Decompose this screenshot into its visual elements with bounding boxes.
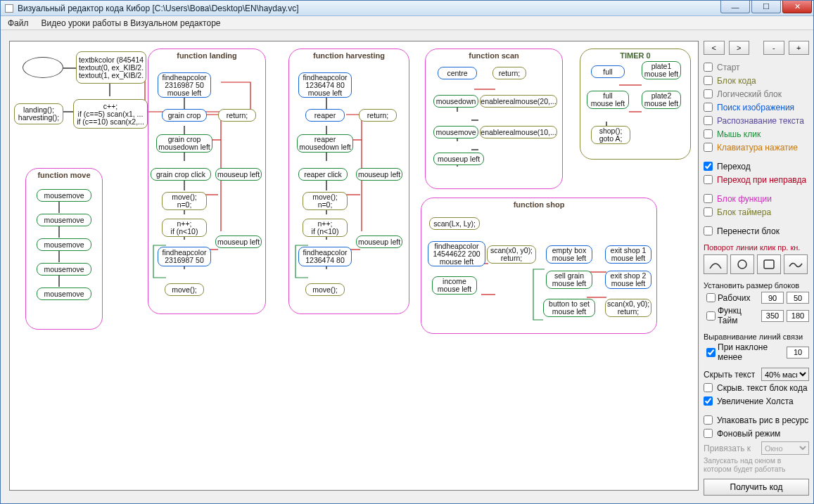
chk-ocr[interactable]	[704, 116, 713, 125]
land-cond[interactable]: n++; if (n<10)	[162, 219, 207, 237]
chk-slope[interactable]	[706, 348, 716, 357]
harv-mu2[interactable]: mouseup left	[356, 235, 402, 248]
harv-mv2[interactable]: move();	[305, 283, 345, 296]
shop-scan0[interactable]: scan(x0, y0); return;	[487, 245, 536, 264]
chk-func-size[interactable]	[706, 311, 716, 321]
chk-jumpfalse[interactable]	[704, 175, 713, 184]
land-find1[interactable]: findheapcolor 2316987 50 mouse left	[158, 72, 211, 98]
land-crop-click[interactable]: grain crop click	[151, 168, 211, 181]
chk-start[interactable]	[704, 63, 713, 72]
block-textbk[interactable]: textbkcolor (845414 textout(0, ex_KIB/2.…	[76, 51, 146, 84]
chk-zoomcanvas[interactable]	[704, 396, 713, 406]
opt-start[interactable]: Старт	[704, 60, 809, 74]
chk-moveblk[interactable]	[704, 226, 713, 235]
shop-empty[interactable]: empty box mouse left	[546, 245, 592, 264]
scan-md[interactable]: mousedown	[433, 95, 478, 108]
canvas[interactable]: textbkcolor (845414 textout(0, ex_KIB/2.…	[10, 41, 698, 490]
menu-video[interactable]: Видео уроки работы в Визуальном редактор…	[42, 18, 221, 28]
opt-keyb[interactable]: Клавиатура нажатие	[704, 141, 809, 154]
shop-exit1[interactable]: exit shop 1 mouse left	[605, 245, 651, 264]
shop-setp[interactable]: button to set mouse left	[543, 299, 595, 317]
opt-pack[interactable]: Упаковать рис в ресурс	[704, 413, 809, 427]
chk-func[interactable]	[704, 194, 713, 203]
in-func-w[interactable]	[761, 310, 784, 322]
tim-plate2[interactable]: plate2 mouse left	[642, 91, 681, 109]
harv-find2[interactable]: findheapcolor 1236474 80	[298, 247, 352, 266]
tim-shop[interactable]: shop(); goto A;	[591, 126, 630, 144]
land-crop-md[interactable]: grain crop mousedown left	[156, 134, 212, 153]
mv3[interactable]: mousemove	[37, 263, 91, 276]
scan-mu[interactable]: mouseup left	[433, 153, 484, 165]
block-loop[interactable]: c++; if (c==5) scan(x1, ... if (c==10) s…	[73, 99, 148, 129]
opt-jump[interactable]: Переход	[704, 160, 809, 173]
harv-ret[interactable]: return;	[359, 109, 397, 122]
shop-find[interactable]: findheapcolor 14544622 200 mouse left	[428, 241, 485, 266]
mv1[interactable]: mousemove	[37, 214, 91, 226]
land-ret[interactable]: return;	[218, 109, 256, 122]
land-mu[interactable]: mouseup left	[215, 168, 262, 181]
mv0[interactable]: mousemove	[37, 189, 91, 202]
chk-work-size[interactable]	[706, 293, 716, 302]
shop-exit2[interactable]: exit shop 2 mouse left	[605, 271, 651, 289]
scan-centre[interactable]: centre	[438, 67, 477, 79]
chk-logic[interactable]	[704, 89, 713, 98]
opt-code[interactable]: Блок кода	[704, 74, 809, 87]
land-mv2[interactable]: move();	[165, 283, 204, 296]
in-func-h[interactable]	[787, 310, 809, 322]
mv2[interactable]: mousemove	[37, 238, 91, 251]
opt-hidecode[interactable]: Скрыв. текст блок кода	[704, 381, 809, 394]
close-button[interactable]: ✕	[782, 1, 812, 13]
opt-mouse[interactable]: Мышь клик	[704, 127, 809, 141]
opt-ocr[interactable]: Распознавание текста	[704, 114, 809, 127]
nav-zoomout-button[interactable]: -	[763, 41, 784, 55]
harv-reap-md[interactable]: reaper mousedown left	[297, 134, 353, 153]
opt-jumpfalse[interactable]: Переход при неправда	[704, 173, 809, 186]
get-code-button[interactable]: Получить код	[704, 479, 809, 496]
land-find2[interactable]: findheapcolor 2316987 50	[158, 247, 211, 266]
shape-circle-button[interactable]	[730, 254, 754, 274]
tim-full[interactable]: full	[591, 65, 625, 78]
chk-image[interactable]	[704, 103, 713, 112]
maximize-button[interactable]: ☐	[751, 1, 781, 13]
harv-mu[interactable]: mouseup left	[356, 168, 402, 181]
opt-timer[interactable]: Блок таймера	[704, 205, 809, 219]
opt-func[interactable]: Блок функции	[704, 192, 809, 205]
opt-zoomcanvas[interactable]: Увеличение Холста	[704, 394, 809, 408]
minimize-button[interactable]: —	[720, 1, 750, 13]
opt-logic[interactable]: Логический блок	[704, 87, 809, 101]
opt-image[interactable]: Поиск изображения	[704, 101, 809, 114]
opt-moveblk[interactable]: Перенести блок	[704, 224, 809, 238]
nav-back-button[interactable]: <	[704, 41, 725, 55]
menu-file[interactable]: Файл	[8, 18, 29, 28]
land-mv1[interactable]: move(); n=0;	[162, 192, 207, 210]
harv-cond[interactable]: n++; if (n<10)	[303, 219, 348, 237]
mv4[interactable]: mousemove	[37, 287, 91, 300]
scan-mm[interactable]: mousemove	[433, 126, 478, 138]
chk-pack[interactable]	[704, 415, 713, 425]
shape-arc-button[interactable]	[704, 254, 727, 274]
in-slope[interactable]	[787, 347, 809, 358]
shape-wave-button[interactable]	[784, 254, 808, 274]
shop-sell[interactable]: sell grain mouse left	[546, 271, 592, 289]
shop-inc[interactable]: income mouse left	[432, 276, 477, 295]
scan-er1[interactable]: enablerealmouse(20,...	[480, 95, 557, 108]
scan-er2[interactable]: enablerealmouse(10,...	[480, 126, 557, 138]
chk-jump[interactable]	[704, 162, 713, 171]
tim-plate1[interactable]: plate1 mouse left	[642, 61, 681, 79]
shop-scanL[interactable]: scan(Lx, Ly);	[429, 217, 480, 230]
start-ellipse[interactable]	[23, 57, 63, 78]
opt-bg[interactable]: Фоновый режим	[704, 427, 809, 440]
scan-ret[interactable]: return;	[492, 67, 526, 79]
chk-code[interactable]	[704, 76, 713, 85]
in-work-h[interactable]	[787, 292, 809, 304]
shape-rect-button[interactable]	[757, 254, 781, 274]
chk-hidecode[interactable]	[704, 383, 713, 392]
nav-fwd-button[interactable]: >	[729, 41, 750, 55]
shop-scan1[interactable]: scan(x0, y0); return;	[605, 299, 651, 317]
chk-mouse[interactable]	[704, 129, 713, 138]
land-mu2[interactable]: mouseup left	[215, 235, 262, 248]
harv-mv1[interactable]: move(); n=0;	[303, 192, 348, 210]
harv-reap-clk[interactable]: reaper click	[298, 168, 348, 181]
chk-bg[interactable]	[704, 429, 713, 438]
block-calls[interactable]: landing(); harvesting();	[14, 103, 63, 124]
